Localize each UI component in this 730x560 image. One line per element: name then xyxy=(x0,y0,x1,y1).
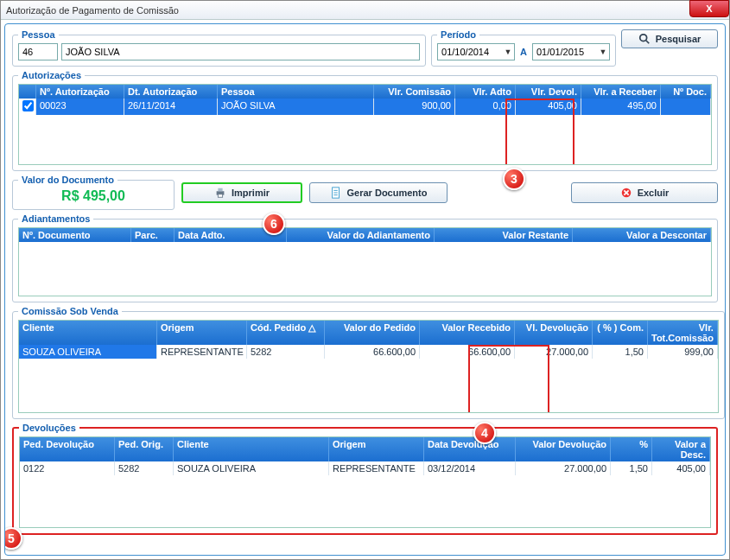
print-icon xyxy=(214,187,226,199)
comissao-sob-venda-legend: Comissão Sob Venda xyxy=(18,306,122,316)
hdr-valor-recebido[interactable]: Valor Recebido xyxy=(420,321,515,345)
hdr-vlr-receber[interactable]: Vlr. a Receber xyxy=(581,85,661,99)
pesquisar-button[interactable]: Pesquisar xyxy=(621,29,718,48)
chevron-down-icon[interactable]: ▼ xyxy=(502,48,514,56)
periodo-fieldset: Período ▼ A ▼ xyxy=(431,29,616,67)
hdr-data[interactable]: Dt. Autorização xyxy=(124,85,218,99)
adiantamentos-fieldset: Adiantamentos Nº. Documento Parc. Data A… xyxy=(12,213,718,302)
cell-vlr-comissao: 900,00 xyxy=(374,99,455,115)
imprimir-button[interactable]: Imprimir xyxy=(181,182,302,203)
pesquisar-label: Pesquisar xyxy=(656,34,701,44)
devolucoes-grid: Ped. Devolução Ped. Orig. Cliente Origem… xyxy=(19,436,711,528)
hdr-valor-pedido[interactable]: Valor do Pedido xyxy=(325,321,420,345)
cell-cliente: SOUZA OLIVEIRA xyxy=(174,461,329,475)
comissao-sob-venda-fieldset: Comissão Sob Venda Cliente Origem Cód. P… xyxy=(12,306,725,419)
periodo-fim[interactable]: ▼ xyxy=(532,43,610,60)
hdr-valor-devolucao[interactable]: Valor Devolução xyxy=(516,437,611,461)
hdr-vlr-adto[interactable]: Vlr. Adto xyxy=(455,85,516,99)
hdr-origem[interactable]: Origem xyxy=(157,321,247,345)
cell-vl-devolucao: 27.000,00 xyxy=(515,345,593,359)
cell-cliente: SOUZA OLIVEIRA xyxy=(19,345,157,359)
pessoa-fieldset: Pessoa xyxy=(12,29,426,67)
cell-pct-com: 1,50 xyxy=(593,345,648,359)
pessoa-legend: Pessoa xyxy=(18,29,59,40)
periodo-fim-input[interactable] xyxy=(533,44,597,60)
hdr-data-adto[interactable]: Data Adto. xyxy=(175,228,287,242)
cell-num-doc xyxy=(661,99,711,115)
cell-cod-pedido: 5282 xyxy=(247,345,325,359)
periodo-legend: Período xyxy=(437,29,479,40)
gerar-documento-button[interactable]: Gerar Documento xyxy=(309,182,448,203)
excluir-button[interactable]: Excluir xyxy=(571,182,718,203)
filter-row: Pessoa Período ▼ A ▼ xyxy=(12,29,718,67)
hdr-ped-devolucao[interactable]: Ped. Devolução xyxy=(20,437,115,461)
valor-documento-fieldset: Valor do Documento R$ 495,00 xyxy=(12,175,175,210)
hdr-vlr-comissao[interactable]: Vlr. Comissão xyxy=(374,85,455,99)
cell-vlr-receber: 495,00 xyxy=(581,99,661,115)
hdr-origem[interactable]: Origem xyxy=(329,437,424,461)
svg-point-0 xyxy=(639,35,646,41)
periodo-inicio[interactable]: ▼ xyxy=(437,43,515,60)
devolucoes-header: Ped. Devolução Ped. Orig. Cliente Origem… xyxy=(20,437,710,461)
table-row[interactable]: 0122 5282 SOUZA OLIVEIRA REPRESENTANTE 0… xyxy=(20,461,710,475)
hdr-valor-adto[interactable]: Valor do Adiantamento xyxy=(287,228,435,242)
autorizacoes-legend: Autorizações xyxy=(18,70,85,80)
periodo-inicio-input[interactable] xyxy=(438,44,502,60)
hdr-num[interactable]: Nº. Autorização xyxy=(36,85,124,99)
excluir-label: Excluir xyxy=(638,188,670,198)
row-checkbox[interactable] xyxy=(22,100,34,111)
hdr-vlr-tot-comissao[interactable]: Vlr. Tot.Comissão xyxy=(648,321,718,345)
hdr-pct[interactable]: % xyxy=(611,437,652,461)
close-icon: X xyxy=(706,3,712,14)
hdr-valor-desc[interactable]: Valor a Desc. xyxy=(652,437,710,461)
hdr-cliente[interactable]: Cliente xyxy=(174,437,329,461)
cell-origem: REPRESENTANTE xyxy=(157,345,247,359)
hdr-valor-desc[interactable]: Valor a Descontar xyxy=(573,228,711,242)
cell-vlr-adto: 0,00 xyxy=(455,99,516,115)
cell-valor-devolucao: 27.000,00 xyxy=(516,461,611,475)
search-icon xyxy=(638,33,651,45)
hdr-num-doc[interactable]: Nº Doc. xyxy=(661,85,711,99)
adiantamentos-body xyxy=(19,242,711,296)
hdr-data-devolucao[interactable]: Data Devolução xyxy=(424,437,516,461)
hdr-pessoa[interactable]: Pessoa xyxy=(218,85,374,99)
devolucoes-legend: Devoluções xyxy=(19,423,79,433)
window-body: 3 4 5 6 Pessoa Período ▼ A xyxy=(4,23,726,556)
cell-vlr-tot-comissao: 999,00 xyxy=(648,345,718,359)
hdr-vl-devolucao[interactable]: Vl. Devolução xyxy=(515,321,593,345)
valor-documento-value: R$ 495,00 xyxy=(18,188,168,204)
hdr-vlr-devol[interactable]: Vlr. Devol. xyxy=(516,85,581,99)
table-row[interactable]: 00023 26/11/2014 JOÃO SILVA 900,00 0,00 … xyxy=(19,99,711,115)
comissao-sob-venda-grid: Cliente Origem Cód. Pedido △ Valor do Pe… xyxy=(18,320,719,413)
pessoa-nome-input[interactable] xyxy=(61,43,420,60)
cell-ped-devolucao: 0122 xyxy=(20,461,115,475)
hdr-cliente[interactable]: Cliente xyxy=(19,321,157,345)
cell-pessoa: JOÃO SILVA xyxy=(218,99,374,115)
adiantamentos-legend: Adiantamentos xyxy=(18,213,93,224)
cell-origem: REPRESENTANTE xyxy=(329,461,424,475)
devolucoes-fieldset: Devoluções Ped. Devolução Ped. Orig. Cli… xyxy=(12,423,718,535)
hdr-pct-com[interactable]: ( % ) Com. xyxy=(593,321,648,345)
delete-icon xyxy=(620,187,632,199)
cell-valor-recebido: 66.600,00 xyxy=(420,345,515,359)
hdr-num-doc[interactable]: Nº. Documento xyxy=(19,228,131,242)
cell-valor-desc: 405,00 xyxy=(652,461,710,475)
cell-num: 00023 xyxy=(36,99,124,115)
adiantamentos-grid: Nº. Documento Parc. Data Adto. Valor do … xyxy=(18,227,712,296)
close-button[interactable]: X xyxy=(689,0,729,17)
autorizacoes-header: Nº. Autorização Dt. Autorização Pessoa V… xyxy=(19,85,711,99)
autorizacoes-fieldset: Autorizações Nº. Autorização Dt. Autoriz… xyxy=(12,70,718,171)
pessoa-codigo-input[interactable] xyxy=(18,43,58,60)
hdr-cod-pedido[interactable]: Cód. Pedido △ xyxy=(247,321,325,345)
hdr-valor-rest[interactable]: Valor Restante xyxy=(435,228,573,242)
document-value-row: Valor do Documento R$ 495,00 Imprimir Ge… xyxy=(12,175,718,210)
hdr-ped-orig[interactable]: Ped. Orig. xyxy=(115,437,174,461)
valor-documento-legend: Valor do Documento xyxy=(18,175,117,185)
adiantamentos-header: Nº. Documento Parc. Data Adto. Valor do … xyxy=(19,228,711,242)
table-row[interactable]: SOUZA OLIVEIRA REPRESENTANTE 5282 66.600… xyxy=(19,345,718,359)
titlebar: Autorização de Pagamento de Comissão X xyxy=(1,1,729,20)
cell-ped-orig: 5282 xyxy=(115,461,174,475)
cell-valor-pedido: 66.600,00 xyxy=(325,345,420,359)
hdr-parc[interactable]: Parc. xyxy=(131,228,175,242)
chevron-down-icon[interactable]: ▼ xyxy=(597,48,609,56)
